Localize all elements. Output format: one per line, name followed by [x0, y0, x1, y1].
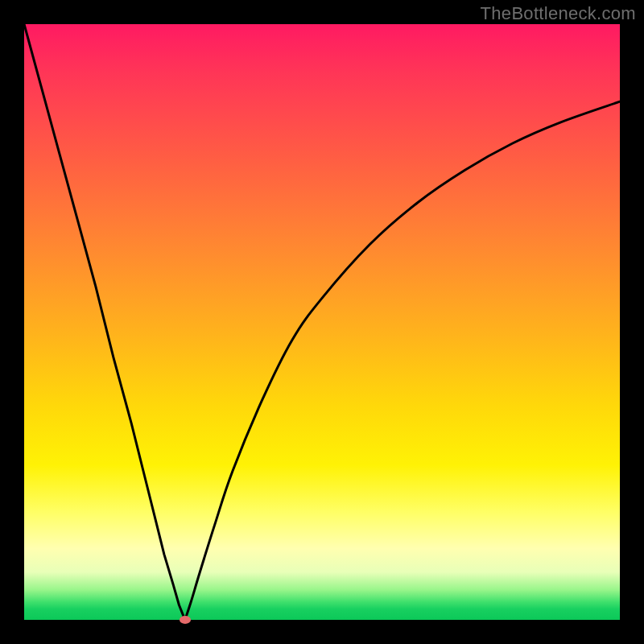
bottleneck-curve — [24, 24, 620, 620]
plot-area — [24, 24, 620, 620]
watermark-text: TheBottleneck.com — [481, 3, 636, 24]
optimum-marker — [180, 616, 191, 624]
chart-frame: TheBottleneck.com — [0, 0, 644, 644]
